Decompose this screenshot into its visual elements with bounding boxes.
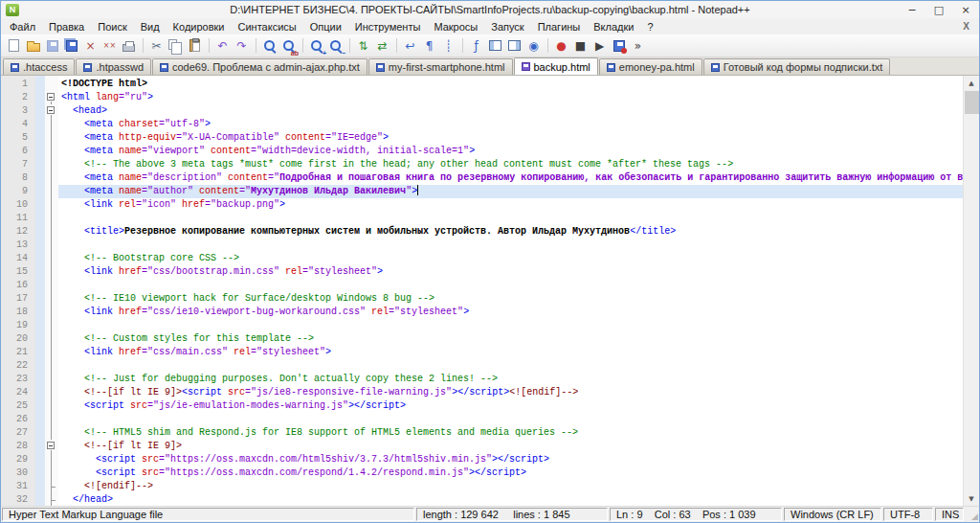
record-macro-icon[interactable]: ● — [552, 36, 570, 55]
minimize-icon[interactable]: ─ — [899, 1, 925, 18]
menu-item[interactable]: Вид — [134, 20, 167, 34]
bookmark-margin[interactable] — [35, 440, 45, 453]
code-text[interactable]: <script src="https://oss.maxcdn.com/html… — [58, 453, 979, 466]
vertical-scrollbar[interactable]: ▲ ▼ — [963, 76, 979, 506]
save-macro-icon[interactable] — [610, 36, 628, 55]
code-area[interactable]: 1<!DOCTYPE html>2<html lang="ru">3 <head… — [1, 78, 979, 506]
sync-scroll-vertical-icon[interactable]: ⇅ — [354, 36, 372, 55]
menubar-close-icon[interactable]: X — [959, 21, 973, 32]
close-file-icon[interactable]: × — [81, 36, 100, 55]
bookmark-margin[interactable] — [35, 252, 45, 265]
code-text[interactable]: <meta charset="utf-8"> — [58, 118, 979, 131]
code-text[interactable]: <meta name="viewport" content="width=dev… — [58, 145, 979, 158]
code-text[interactable]: </head> — [58, 493, 979, 506]
code-text[interactable]: <!-- Just for debugging purposes. Don't … — [58, 373, 979, 386]
bookmark-margin[interactable] — [35, 292, 45, 306]
status-cursor-position[interactable]: Ln : 9 Col : 63 Pos : 1 039 — [610, 508, 782, 521]
code-text[interactable]: <!-- Custom styles for this template --> — [58, 332, 979, 346]
bookmark-margin[interactable] — [35, 386, 45, 399]
fold-margin[interactable] — [45, 104, 58, 118]
close-icon[interactable]: × — [952, 1, 979, 18]
code-text[interactable]: <!-- IE10 viewport hack for Surface/desk… — [58, 292, 979, 306]
status-insert-mode[interactable]: INS — [935, 508, 964, 521]
cut-icon[interactable]: ✂ — [147, 36, 166, 55]
bookmark-margin[interactable] — [35, 453, 45, 466]
bookmark-margin[interactable] — [35, 171, 45, 185]
code-text[interactable]: <link href="css/bootstrap.min.css" rel="… — [58, 265, 979, 279]
bookmark-margin[interactable] — [35, 319, 45, 332]
zoom-in-icon[interactable]: + — [307, 36, 325, 55]
save-file-icon[interactable] — [43, 36, 61, 55]
code-text[interactable]: <meta name="description" content="Подроб… — [58, 171, 979, 185]
bookmark-margin[interactable] — [35, 332, 45, 346]
bookmark-margin[interactable] — [35, 225, 45, 239]
word-wrap-icon[interactable]: ↩ — [401, 36, 419, 55]
tab[interactable]: Готовый код формы подписки.txt — [703, 58, 891, 75]
save-all-icon[interactable] — [62, 36, 80, 55]
document-map-icon[interactable] — [486, 36, 504, 55]
close-all-icon[interactable]: ×× — [100, 36, 119, 55]
bookmark-margin[interactable] — [35, 91, 45, 104]
document-switcher-icon[interactable] — [505, 36, 523, 55]
code-text[interactable]: <title>Резервное копирование компьютерны… — [58, 225, 979, 239]
bookmark-margin[interactable] — [35, 239, 45, 252]
tab[interactable]: .htpasswd — [76, 58, 151, 75]
maximize-icon[interactable]: □ — [925, 1, 952, 18]
bookmark-margin[interactable] — [35, 118, 45, 131]
menu-item[interactable]: Запуск — [484, 20, 530, 34]
new-file-icon[interactable] — [5, 36, 23, 55]
code-text[interactable]: <![endif]--> — [58, 480, 979, 493]
code-text[interactable]: <!-- The above 3 meta tags *must* come f… — [58, 158, 979, 171]
code-text[interactable]: <link rel="icon" href="backup.png"> — [58, 198, 979, 212]
bookmark-margin[interactable] — [35, 198, 45, 212]
code-text[interactable] — [58, 239, 979, 252]
bookmark-margin[interactable] — [35, 413, 45, 426]
code-text[interactable]: <script src="js/ie-emulation-modes-warni… — [58, 399, 979, 413]
bookmark-margin[interactable] — [35, 346, 45, 359]
code-text[interactable] — [58, 413, 979, 426]
tab[interactable]: backup.html — [514, 57, 598, 75]
file-monitoring-icon[interactable]: ◉ — [524, 36, 543, 55]
code-text[interactable]: <head> — [58, 104, 979, 118]
bookmark-margin[interactable] — [35, 212, 45, 225]
code-text[interactable]: <!DOCTYPE html> — [58, 78, 979, 91]
tab[interactable]: .htaccess — [3, 58, 75, 75]
tab[interactable]: code69. Проблема с admin-ajax.php.txt — [152, 58, 368, 75]
scroll-up-icon[interactable]: ▲ — [964, 76, 979, 90]
menu-item[interactable]: Инструменты — [348, 20, 428, 34]
scroll-down-icon[interactable]: ▼ — [964, 491, 979, 506]
redo-icon[interactable]: ↷ — [233, 36, 251, 55]
bookmark-margin[interactable] — [35, 145, 45, 158]
resize-grip-icon[interactable]: ◢ — [966, 508, 978, 521]
paste-icon[interactable] — [186, 36, 204, 55]
menu-item[interactable]: Поиск — [91, 20, 133, 34]
code-text[interactable]: <script src="https://oss.maxcdn.com/resp… — [58, 466, 979, 480]
code-text[interactable]: <!-- Bootstrap core CSS --> — [58, 252, 979, 265]
bookmark-margin[interactable] — [35, 104, 45, 118]
bookmark-margin[interactable] — [35, 359, 45, 373]
find-icon[interactable] — [260, 36, 278, 55]
menu-item[interactable]: Синтаксисы — [232, 20, 303, 34]
bookmark-margin[interactable] — [35, 279, 45, 292]
status-encoding[interactable]: UTF-8 — [883, 508, 933, 521]
bookmark-margin[interactable] — [35, 493, 45, 506]
menu-item[interactable]: Плагины — [531, 20, 588, 34]
code-text[interactable]: <!--[if lt IE 9]> — [58, 440, 979, 453]
sync-scroll-horizontal-icon[interactable]: ⇄ — [373, 36, 391, 55]
bookmark-margin[interactable] — [35, 466, 45, 480]
open-file-icon[interactable] — [24, 36, 42, 55]
code-text[interactable]: <link href="css/main.css" rel="styleshee… — [58, 346, 979, 359]
code-text[interactable]: <link href="css/ie10-viewport-bug-workar… — [58, 306, 979, 319]
menu-item[interactable]: Опции — [303, 20, 348, 34]
code-text[interactable] — [58, 359, 979, 373]
menu-item[interactable]: Вкладки — [587, 20, 640, 34]
code-text[interactable] — [58, 279, 979, 292]
menu-item[interactable]: Файл — [3, 20, 42, 34]
code-text[interactable]: <!-- HTML5 shim and Respond.js for IE8 s… — [58, 426, 979, 440]
fold-margin[interactable] — [45, 91, 58, 104]
print-icon[interactable] — [120, 36, 138, 55]
bookmark-margin[interactable] — [35, 265, 45, 279]
code-text[interactable]: <html lang="ru"> — [58, 91, 979, 104]
run-macro-multiple-icon[interactable]: » — [629, 36, 647, 55]
bookmark-margin[interactable] — [35, 78, 45, 91]
